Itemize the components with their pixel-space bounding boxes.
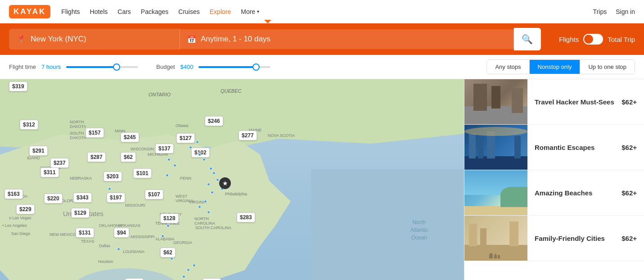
price-pin[interactable]: $101 bbox=[133, 168, 152, 178]
map-label-scarolina: SOUTH CAROLINA bbox=[195, 226, 231, 230]
price-pin[interactable]: $291 bbox=[29, 146, 48, 156]
nav-right: Trips Sign in bbox=[593, 8, 635, 15]
map-label-louisiana: LOUISIANA bbox=[123, 249, 144, 254]
price-pin[interactable]: $102 bbox=[191, 148, 210, 158]
budget-slider-thumb[interactable] bbox=[252, 63, 260, 71]
price-pin[interactable]: $62 bbox=[121, 152, 136, 162]
logo[interactable]: KAYAK bbox=[9, 5, 50, 18]
price-pin[interactable]: $62 bbox=[160, 248, 176, 257]
map-label-missouri: MISSOURI bbox=[125, 203, 145, 208]
map-label-wisconsin: WISCONSIN bbox=[131, 147, 154, 151]
price-pin[interactable]: $197 bbox=[107, 193, 125, 203]
collection-price: $62+ bbox=[621, 189, 637, 197]
map-dot bbox=[207, 211, 210, 214]
price-pin[interactable]: $283 bbox=[237, 212, 255, 222]
budget-slider-fill bbox=[198, 66, 256, 68]
map-dot bbox=[189, 146, 192, 149]
collection-thumb-travel-hacker bbox=[464, 79, 527, 124]
dates-field[interactable]: 📅 Anytime, 1 - 10 days bbox=[180, 29, 514, 49]
calendar-icon: 📅 bbox=[187, 35, 196, 44]
nonstop-only-button[interactable]: Nonstop only bbox=[530, 60, 581, 74]
collection-item-beaches[interactable]: Amazing Beaches $62+ bbox=[464, 170, 644, 216]
price-pin[interactable]: $128 bbox=[160, 213, 179, 223]
map-dot bbox=[167, 224, 170, 227]
map-label-arkansas: ARKANSAS bbox=[118, 223, 140, 228]
price-pin[interactable]: $311 bbox=[41, 167, 59, 177]
map-dot bbox=[170, 257, 173, 260]
nav-packages[interactable]: Packages bbox=[141, 8, 168, 15]
price-pin[interactable]: $343 bbox=[73, 193, 92, 203]
up-to-one-stop-button[interactable]: Up to one stop bbox=[580, 60, 635, 74]
trips-link[interactable]: Trips bbox=[593, 8, 607, 15]
price-pin[interactable]: $246 bbox=[205, 116, 223, 126]
price-pin[interactable]: $157 bbox=[86, 128, 104, 138]
price-pin[interactable]: $312 bbox=[203, 278, 221, 280]
collection-name: Amazing Beaches bbox=[535, 189, 592, 197]
map-dot bbox=[198, 205, 201, 208]
price-pin[interactable]: $287 bbox=[87, 152, 106, 162]
price-pin[interactable]: $319 bbox=[9, 81, 27, 91]
price-pin[interactable]: $131 bbox=[76, 228, 94, 238]
trip-toggle-switch[interactable] bbox=[583, 34, 603, 45]
map-label-ottawa: Ottawa bbox=[176, 123, 189, 128]
map-label-idaho: IDAHO bbox=[27, 156, 40, 160]
collection-price: $62+ bbox=[621, 98, 637, 106]
nav-more[interactable]: More ▾ bbox=[241, 8, 259, 15]
nav-cruises[interactable]: Cruises bbox=[178, 8, 199, 15]
map-dot bbox=[207, 183, 210, 186]
nav-hotels[interactable]: Hotels bbox=[90, 8, 108, 15]
price-pin[interactable]: $163 bbox=[5, 189, 23, 199]
price-pin[interactable]: $220 bbox=[44, 194, 63, 203]
price-pin[interactable]: $107 bbox=[145, 190, 163, 199]
price-pin[interactable]: $245 bbox=[121, 132, 139, 142]
sign-in-link[interactable]: Sign in bbox=[616, 8, 635, 15]
nav-flights[interactable]: Flights bbox=[61, 8, 80, 15]
price-pin[interactable]: $229 bbox=[16, 204, 35, 214]
price-pin[interactable]: $203 bbox=[104, 172, 122, 181]
budget-slider[interactable] bbox=[198, 66, 270, 68]
map-area[interactable]: ONTARIO QUEBEC NORTHDAKOTA SOUTHDAKOTA U… bbox=[0, 79, 464, 280]
chevron-down-icon: ▾ bbox=[257, 9, 259, 14]
collection-info: Amazing Beaches $62+ bbox=[527, 170, 644, 215]
collection-price: $62+ bbox=[621, 144, 637, 151]
nav-explore[interactable]: Explore bbox=[210, 8, 231, 15]
price-pin[interactable]: $237 bbox=[50, 158, 69, 168]
collection-thumb-beaches bbox=[464, 170, 527, 215]
flight-time-slider[interactable] bbox=[66, 66, 138, 68]
search-button[interactable]: 🔍 bbox=[514, 28, 541, 50]
collection-thumb-romantic bbox=[464, 125, 527, 170]
map-label-atlantic: NorthAtlanticOcean bbox=[410, 219, 428, 241]
price-pin[interactable]: $137 bbox=[155, 144, 174, 154]
slider-thumb[interactable] bbox=[113, 63, 120, 71]
price-pin[interactable]: $127 bbox=[176, 133, 195, 143]
map-label-novascotia: NOVA SCOTIA bbox=[268, 133, 295, 138]
map-dot bbox=[167, 158, 171, 161]
collection-info: Family-Friendly Cities $62+ bbox=[527, 216, 644, 261]
origin-text: New York (NYC) bbox=[31, 35, 86, 44]
map-label-penn: PENN. bbox=[180, 176, 193, 181]
map-label-ontario: ONTARIO bbox=[149, 92, 171, 97]
budget-value: $400 bbox=[180, 63, 194, 70]
map-label-dallas: Dallas bbox=[99, 244, 110, 248]
origin-field[interactable]: 📍 New York (NYC) bbox=[9, 29, 180, 50]
collection-info: Romantic Escapes $62+ bbox=[527, 125, 644, 170]
price-pin[interactable]: $94 bbox=[114, 228, 129, 238]
collection-item-family[interactable]: Family-Friendly Cities $62+ bbox=[464, 216, 644, 261]
map-label-quebec: QUEBEC bbox=[221, 88, 241, 94]
price-pin[interactable]: $312 bbox=[20, 120, 38, 130]
map-label-ndakota: NORTHDAKOTA bbox=[70, 120, 86, 129]
price-pin[interactable]: $129 bbox=[71, 208, 90, 218]
collection-item-romantic[interactable]: Romantic Escapes $62+ bbox=[464, 125, 644, 170]
nav-cars[interactable]: Cars bbox=[117, 8, 131, 15]
collection-name: Travel Hacker Must-Sees bbox=[535, 98, 614, 106]
any-stops-button[interactable]: Any stops bbox=[487, 60, 529, 74]
collection-item-travel-hacker[interactable]: Travel Hacker Must-Sees $62+ bbox=[464, 79, 644, 125]
price-pin[interactable]: $232 bbox=[125, 278, 144, 280]
top-nav: KAYAK Flights Hotels Cars Packages Cruis… bbox=[0, 0, 644, 23]
map-label-newmex: NEW MEXICO bbox=[50, 232, 76, 237]
pin-icon: 📍 bbox=[16, 34, 26, 44]
price-pin[interactable]: $277 bbox=[239, 131, 257, 140]
flight-time-value: 7 hours bbox=[41, 63, 61, 70]
collection-name: Romantic Escapes bbox=[535, 144, 594, 151]
search-icon: 🔍 bbox=[522, 34, 533, 45]
